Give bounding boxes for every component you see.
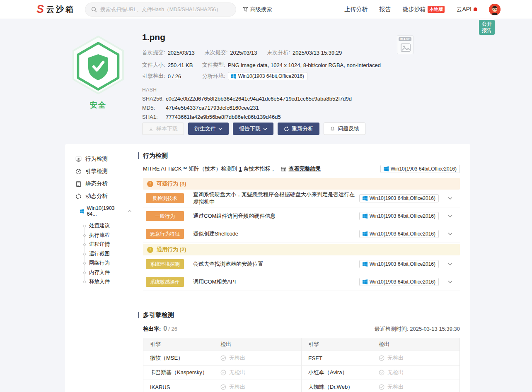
reanalyze-button[interactable]: 重新分析: [278, 123, 319, 135]
behavior-row[interactable]: 反检测技术 查询系统硬盘大小，某些恶意程序会根据硬盘大小来判定是否运行在虚拟机中…: [143, 190, 460, 207]
verdict-label: 安全: [69, 100, 128, 110]
row-env-badge[interactable]: Win10(1903 64bit,Office2016): [359, 194, 439, 202]
view-full-results-link[interactable]: 查看完整结果: [289, 165, 321, 173]
refresh-icon: [284, 126, 289, 132]
report-sidebar: 行为检测 引擎检测 静态分析 动态分析: [65, 144, 132, 392]
engine-result: 无检出: [220, 383, 245, 391]
sidebar-subitem-network[interactable]: 网络行为: [83, 258, 132, 268]
report-header: 公开 报告 安全 1.png 首次提交:2025/03/13 末次提交:2025…: [0, 19, 532, 144]
engine-result: 无检出: [220, 354, 245, 362]
windows-logo-icon: [363, 214, 368, 219]
sidebar-item-behavior[interactable]: 行为检测: [65, 156, 132, 162]
rate-value: 0: [163, 325, 167, 332]
sidebar-env-children: 处置建议 执行流程 进程详情 运行截图 网络行为 内存文件 释放文件: [83, 221, 132, 286]
sha256-label: SHA256:: [142, 96, 166, 102]
sidebar-subitem-process-detail[interactable]: 进程详情: [83, 240, 132, 249]
sidebar-env-node[interactable]: Win10(1903 64...: [65, 205, 132, 217]
chevron-up-icon[interactable]: [128, 210, 132, 212]
suspicious-rows: 反检测技术 查询系统硬盘大小，某些恶意程序会根据硬盘大小来判定是否运行在虚拟机中…: [143, 190, 460, 243]
derived-files-button[interactable]: 衍生文件: [188, 123, 229, 135]
engine-gauge-icon: [75, 168, 82, 175]
expand-chevron-icon[interactable]: [448, 262, 452, 266]
sidebar-subitem-memory-files[interactable]: 内存文件: [83, 268, 132, 277]
behavior-row[interactable]: 恶意行为特征 疑似创建Shellcode Win10(1903 64bit,Of…: [143, 225, 460, 243]
public-report-tag[interactable]: 公开 报告: [479, 20, 495, 35]
sidebar-item-engine[interactable]: 引擎检测: [65, 168, 132, 175]
sidebar-item-static[interactable]: 静态分析: [65, 180, 132, 187]
engine-result: 无检出: [220, 369, 245, 376]
env-label: 分析环境:: [202, 72, 225, 80]
search-input[interactable]: [100, 7, 230, 12]
hash-title: HASH: [142, 87, 391, 93]
rate-label: 检出率:: [143, 325, 161, 333]
brand-logo[interactable]: S 云沙箱: [36, 4, 75, 15]
navbar-links: 上传分析 报告 微步沙箱 本地版 云API: [344, 4, 501, 15]
circle-check-icon: [379, 370, 384, 375]
engine-name: 小红伞（Avira）: [308, 369, 379, 376]
bell-icon: [330, 126, 335, 132]
nav-upload-analysis[interactable]: 上传分析: [344, 6, 368, 13]
row-env-badge[interactable]: Win10(1903 64bit,Office2016): [359, 212, 439, 220]
nav-sandbox[interactable]: 微步沙箱 本地版: [402, 6, 445, 13]
behavior-row[interactable]: 一般行为 通过COM组件访问音频的硬件信息 Win10(1903 64bit,O…: [143, 207, 460, 225]
nav-cloud-api[interactable]: 云API: [456, 6, 477, 13]
funnel-icon: [243, 7, 248, 12]
behavior-env-badge[interactable]: Win10(1903 64bit,Office2016): [380, 165, 460, 173]
circle-check-icon: [379, 355, 384, 361]
search-icon: [91, 7, 97, 12]
sidebar-subitem-dropped-files[interactable]: 释放文件: [83, 277, 132, 286]
sha256-value: c0c24e0b22d67658f2bb364c2641c94a41dc6e54…: [166, 96, 352, 102]
nav-reports[interactable]: 报告: [379, 6, 391, 13]
behavior-tag: 系统敏感操作: [146, 277, 184, 287]
sidebar-subitem-exec-flow[interactable]: 执行流程: [83, 231, 132, 240]
sidebar-subitem-screenshots[interactable]: 运行截图: [83, 249, 132, 259]
generic-group-header: ! 通用行为 (2): [143, 244, 460, 255]
circle-check-icon: [220, 370, 226, 375]
row-env-badge[interactable]: Win10(1903 64bit,Office2016): [359, 230, 439, 238]
thumbnail-type-label: IMAGE: [399, 37, 411, 41]
circle-check-icon: [220, 355, 226, 361]
expand-chevron-icon[interactable]: [448, 280, 452, 284]
hot-dot-icon: [474, 7, 477, 11]
windows-logo-icon: [80, 209, 84, 214]
expand-chevron-icon[interactable]: [448, 214, 452, 218]
action-buttons: 样本下载 衍生文件 报告下载 重新分析 问题反馈: [142, 123, 365, 135]
row-env-badge[interactable]: Win10(1903 64bit,Office2016): [359, 260, 439, 268]
file-size-value: 250.41 KB: [168, 62, 193, 68]
windows-logo-icon: [363, 231, 368, 236]
matrix-grid-icon: [281, 166, 286, 172]
file-type-value: PNG image data, 1024 x 1024, 8-bit/color…: [228, 62, 381, 68]
windows-logo-icon: [231, 74, 236, 79]
behavior-tag: 系统环境探测: [146, 259, 184, 269]
warning-icon: !: [147, 247, 153, 253]
behavior-row[interactable]: 系统环境探测 尝试去查找浏览器的安装位置 Win10(1903 64bit,Of…: [143, 255, 460, 273]
sample-download-button[interactable]: 样本下载: [142, 123, 184, 135]
behavior-row[interactable]: 系统敏感操作 调用COM相关API Win10(1903 64bit,Offic…: [143, 273, 460, 291]
behavior-tag: 一般行为: [146, 211, 184, 221]
behavior-desc: 查询系统硬盘大小，某些恶意程序会根据硬盘大小来判定是否运行在虚拟机中: [193, 191, 359, 206]
sidebar-subitem-disposal[interactable]: 处置建议: [83, 221, 132, 231]
engine-name: ESET: [308, 355, 379, 361]
user-avatar[interactable]: [489, 4, 501, 15]
engine-section-title: 多引擎检测: [138, 312, 460, 318]
expand-chevron-icon[interactable]: [448, 197, 452, 200]
engine-name: IKARUS: [150, 384, 220, 390]
warning-icon: !: [147, 181, 153, 187]
search-bar[interactable]: [85, 2, 236, 17]
report-download-button[interactable]: 报告下载: [233, 123, 273, 135]
behavior-desc: 调用COM相关API: [193, 278, 236, 286]
sidebar-item-dynamic[interactable]: 动态分析: [65, 193, 132, 200]
circle-check-icon: [379, 384, 384, 390]
engine-table-row: IKARUS 无检出 大蜘蛛（Dr.Web） 无检出: [143, 380, 459, 392]
expand-chevron-icon[interactable]: [448, 232, 452, 236]
advanced-search-button[interactable]: 高级搜索: [243, 6, 272, 13]
feedback-button[interactable]: 问题反馈: [324, 123, 365, 135]
last-submit-label: 末次提交:: [205, 49, 228, 56]
analysis-env-badge[interactable]: Win10(1903 64bit,Office2016): [228, 72, 307, 80]
image-placeholder-icon: [401, 43, 411, 52]
row-env-badge[interactable]: Win10(1903 64bit,Office2016): [359, 278, 439, 286]
behavior-tag: 恶意行为特征: [146, 229, 184, 239]
file-thumbnail[interactable]: IMAGE: [397, 35, 414, 54]
engine-detect-value: 0 / 26: [168, 73, 181, 79]
behavior-desc: 通过COM组件访问音频的硬件信息: [193, 212, 276, 220]
